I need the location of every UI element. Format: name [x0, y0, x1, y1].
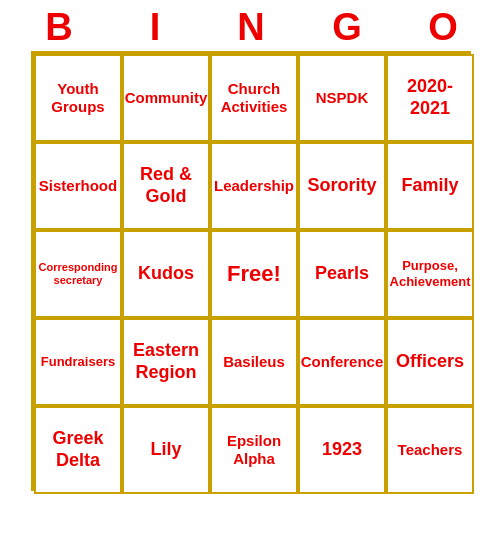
cell-label: Leadership — [214, 177, 294, 195]
cell-r4-c3: 1923 — [298, 406, 386, 494]
header-letter: G — [303, 6, 391, 49]
cell-r2-c1: Kudos — [122, 230, 210, 318]
cell-label: Greek Delta — [40, 428, 116, 471]
cell-r4-c0: Greek Delta — [34, 406, 122, 494]
cell-label: Basileus — [223, 353, 285, 371]
cell-label: Conference — [301, 353, 384, 371]
cell-label: Family — [401, 175, 458, 197]
cell-r0-c2: Church Activities — [210, 54, 298, 142]
cell-label: Youth Groups — [40, 80, 116, 116]
cell-label: Sisterhood — [39, 177, 117, 195]
cell-label: 1923 — [322, 439, 362, 461]
cell-r2-c2: Free! — [210, 230, 298, 318]
cell-r2-c4: Purpose, Achievement — [386, 230, 474, 318]
cell-r1-c2: Leadership — [210, 142, 298, 230]
cell-label: Fundraisers — [41, 354, 115, 370]
cell-r1-c0: Sisterhood — [34, 142, 122, 230]
header-letter: O — [399, 6, 487, 49]
cell-r1-c3: Sorority — [298, 142, 386, 230]
cell-label: Corresponding secretary — [39, 261, 118, 287]
cell-label: Officers — [396, 351, 464, 373]
cell-label: Free! — [227, 261, 281, 287]
cell-r3-c2: Basileus — [210, 318, 298, 406]
cell-r0-c0: Youth Groups — [34, 54, 122, 142]
cell-r4-c4: Teachers — [386, 406, 474, 494]
cell-label: Lily — [150, 439, 181, 461]
cell-label: Pearls — [315, 263, 369, 285]
cell-label: Red & Gold — [128, 164, 204, 207]
cell-r2-c3: Pearls — [298, 230, 386, 318]
header-letter: I — [111, 6, 199, 49]
cell-r2-c0: Corresponding secretary — [34, 230, 122, 318]
cell-r1-c1: Red & Gold — [122, 142, 210, 230]
cell-r4-c2: Epsilon Alpha — [210, 406, 298, 494]
cell-label: Purpose, Achievement — [390, 258, 471, 289]
header-letter: N — [207, 6, 295, 49]
cell-r4-c1: Lily — [122, 406, 210, 494]
cell-label: Teachers — [398, 441, 463, 459]
cell-r3-c0: Fundraisers — [34, 318, 122, 406]
cell-r0-c4: 2020-2021 — [386, 54, 474, 142]
cell-label: 2020-2021 — [392, 76, 468, 119]
bingo-header: BINGO — [11, 0, 491, 51]
header-letter: B — [15, 6, 103, 49]
cell-label: Sorority — [307, 175, 376, 197]
cell-label: Church Activities — [216, 80, 292, 116]
cell-r3-c3: Conference — [298, 318, 386, 406]
bingo-grid: Youth GroupsCommunityChurch ActivitiesNS… — [31, 51, 471, 491]
cell-r3-c1: Eastern Region — [122, 318, 210, 406]
cell-r0-c3: NSPDK — [298, 54, 386, 142]
cell-label: Eastern Region — [128, 340, 204, 383]
cell-r3-c4: Officers — [386, 318, 474, 406]
cell-label: NSPDK — [316, 89, 369, 107]
cell-label: Epsilon Alpha — [216, 432, 292, 468]
cell-r0-c1: Community — [122, 54, 210, 142]
cell-r1-c4: Family — [386, 142, 474, 230]
cell-label: Kudos — [138, 263, 194, 285]
cell-label: Community — [125, 89, 208, 107]
